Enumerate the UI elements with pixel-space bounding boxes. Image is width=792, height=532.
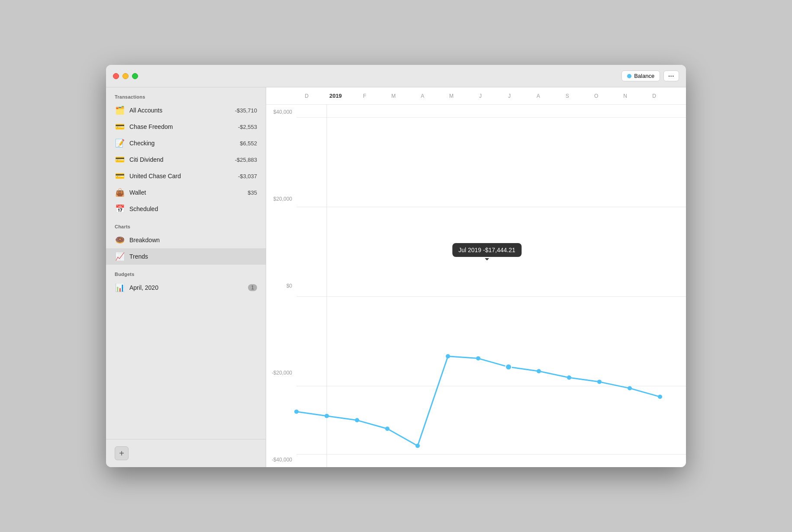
add-icon: +: [119, 449, 124, 458]
data-point-d-prev: [294, 410, 299, 414]
chart-body: $40,000 $20,000 $0 -$20,000 -$40,000: [266, 105, 686, 467]
chart-svg: [266, 105, 686, 467]
breakdown-icon: 🍩: [115, 235, 125, 245]
more-label: ···: [668, 73, 674, 79]
budgets-section-label: Budgets: [106, 265, 266, 279]
data-point-aug: [537, 369, 541, 373]
budget-icon: 📊: [115, 282, 125, 293]
sidebar-item-april-2020[interactable]: 📊 April, 2020 1: [106, 279, 266, 296]
month-s: S: [553, 93, 582, 99]
balance-dot-icon: [627, 74, 631, 78]
month-year-2019: 2019: [321, 93, 350, 99]
citi-dividend-value: -$25,883: [235, 157, 257, 163]
data-point-oct: [597, 380, 602, 384]
checking-label: Checking: [129, 140, 240, 147]
sidebar-item-checking[interactable]: 📝 Checking $6,552: [106, 135, 266, 151]
data-point-jul: [505, 364, 512, 370]
chase-freedom-value: -$2,553: [238, 124, 257, 130]
trends-icon: 📈: [115, 251, 125, 262]
wallet-icon: 👜: [115, 187, 125, 198]
wallet-value: $35: [248, 189, 257, 196]
titlebar: Balance ···: [106, 65, 686, 87]
month-d2: D: [640, 93, 669, 99]
all-accounts-label: All Accounts: [129, 107, 235, 114]
data-point-nov: [628, 386, 632, 391]
balance-button[interactable]: Balance: [621, 71, 660, 81]
month-n: N: [611, 93, 640, 99]
main-layout: Transactions 🗂️ All Accounts -$35,710 💳 …: [106, 87, 686, 467]
fullscreen-button[interactable]: [132, 73, 138, 79]
trends-label: Trends: [129, 253, 257, 260]
minimize-button[interactable]: [122, 73, 129, 79]
checking-value: $6,552: [240, 140, 257, 147]
sidebar-footer: +: [106, 439, 266, 467]
close-button[interactable]: [113, 73, 119, 79]
data-point-dec: [658, 394, 662, 399]
all-accounts-icon: 🗂️: [115, 105, 125, 115]
sidebar-item-wallet[interactable]: 👜 Wallet $35: [106, 184, 266, 201]
sidebar-item-chase-freedom[interactable]: 💳 Chase Freedom -$2,553: [106, 119, 266, 135]
chart-area: D 2019 F M A M J J A S O N D $40,000 $20…: [266, 87, 686, 467]
titlebar-right: Balance ···: [621, 71, 679, 81]
month-d-prev: D: [292, 93, 321, 99]
data-point-may: [446, 354, 450, 359]
traffic-lights: [113, 73, 138, 79]
month-f: F: [350, 93, 379, 99]
add-button[interactable]: +: [115, 446, 129, 460]
scheduled-label: Scheduled: [129, 205, 257, 212]
chase-freedom-icon: 💳: [115, 122, 125, 132]
month-o: O: [582, 93, 611, 99]
sidebar-item-citi-dividend[interactable]: 💳 Citi Dividend -$25,883: [106, 151, 266, 168]
data-point-sep: [567, 375, 571, 380]
all-accounts-value: -$35,710: [235, 107, 257, 114]
data-point-mar: [385, 426, 390, 431]
april-2020-badge: 1: [248, 284, 257, 291]
chase-freedom-label: Chase Freedom: [129, 123, 238, 130]
sidebar-item-breakdown[interactable]: 🍩 Breakdown: [106, 232, 266, 248]
sidebar: Transactions 🗂️ All Accounts -$35,710 💳 …: [106, 87, 266, 467]
data-point-feb: [355, 418, 359, 423]
sidebar-item-all-accounts[interactable]: 🗂️ All Accounts -$35,710: [106, 102, 266, 119]
data-point-jan: [325, 414, 329, 418]
breakdown-label: Breakdown: [129, 237, 257, 244]
month-m1: M: [379, 93, 408, 99]
sidebar-item-scheduled[interactable]: 📅 Scheduled: [106, 201, 266, 217]
more-button[interactable]: ···: [663, 71, 679, 81]
citi-dividend-icon: 💳: [115, 154, 125, 165]
chart-axis: D 2019 F M A M J J A S O N D: [266, 87, 686, 105]
month-j1: J: [466, 93, 495, 99]
april-2020-label: April, 2020: [129, 284, 248, 291]
month-j2: J: [495, 93, 524, 99]
wallet-label: Wallet: [129, 189, 248, 196]
united-chase-value: -$3,037: [238, 173, 257, 179]
sidebar-item-united-chase[interactable]: 💳 United Chase Card -$3,037: [106, 168, 266, 184]
data-point-jun: [476, 356, 480, 361]
sidebar-item-trends[interactable]: 📈 Trends: [106, 248, 266, 265]
checking-icon: 📝: [115, 138, 125, 148]
united-chase-icon: 💳: [115, 171, 125, 181]
data-point-apr: [415, 444, 420, 448]
app-window: Balance ··· Transactions 🗂️ All Accounts…: [106, 65, 686, 467]
month-m2: M: [437, 93, 466, 99]
balance-label: Balance: [634, 73, 654, 79]
month-a1: A: [408, 93, 437, 99]
month-a2: A: [524, 93, 553, 99]
scheduled-icon: 📅: [115, 204, 125, 214]
citi-dividend-label: Citi Dividend: [129, 156, 235, 163]
united-chase-label: United Chase Card: [129, 173, 238, 179]
transactions-section-label: Transactions: [106, 87, 266, 102]
charts-section-label: Charts: [106, 217, 266, 232]
